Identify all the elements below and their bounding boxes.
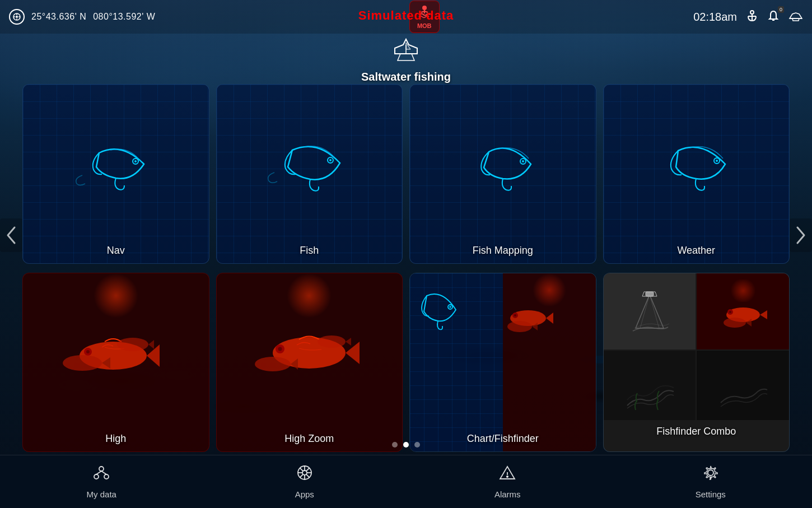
svg-point-50 <box>278 347 282 351</box>
svg-point-36 <box>522 160 524 162</box>
card-high-zoom[interactable]: High Zoom <box>216 273 403 453</box>
prev-arrow[interactable] <box>0 218 22 252</box>
svg-marker-65 <box>760 310 767 319</box>
card-nav[interactable]: Nav <box>22 84 209 264</box>
pagination-dot-3[interactable] <box>414 442 420 448</box>
cards-row-2: High <box>22 273 790 453</box>
svg-point-87 <box>507 476 508 477</box>
svg-point-72 <box>104 474 109 479</box>
svg-point-43 <box>63 355 102 371</box>
svg-point-56 <box>449 306 451 308</box>
boat-title-section: Saltwater fishing <box>361 38 451 83</box>
cards-row-1: Nav Fish <box>22 84 790 264</box>
top-bar: 25°43.636' N 080°13.592' W MOB Simulated… <box>0 0 812 34</box>
card-fish[interactable]: Fish <box>216 84 403 264</box>
svg-point-60 <box>514 314 516 316</box>
card-fish-mapping-label: Fish Mapping <box>410 245 596 257</box>
next-arrow[interactable] <box>790 218 812 252</box>
apps-label: Apps <box>295 490 314 499</box>
card-high-label: High <box>23 433 209 445</box>
card-fish-inner: Fish <box>217 85 403 263</box>
cards-grid: Nav Fish <box>22 84 790 452</box>
high-fish-icon <box>60 314 172 394</box>
lat-coordinate: 25°43.636' N <box>31 12 86 22</box>
pagination <box>392 442 420 448</box>
svg-point-70 <box>99 467 104 471</box>
svg-point-71 <box>94 474 99 479</box>
nav-item-settings[interactable]: Settings <box>609 459 813 505</box>
combo-tl <box>604 273 696 349</box>
fish-lure-icon <box>264 131 354 200</box>
svg-point-67 <box>729 311 731 313</box>
time-display: 02:18am <box>693 11 737 24</box>
svg-rect-63 <box>646 292 654 296</box>
weather-lure-icon <box>651 131 741 200</box>
card-nav-inner: Nav <box>23 85 209 263</box>
my-data-icon <box>93 464 110 485</box>
card-fish-mapping[interactable]: Fish Mapping <box>409 84 596 264</box>
pagination-dot-2[interactable] <box>403 442 409 448</box>
apps-icon <box>296 464 313 485</box>
notification-icon[interactable]: 0 <box>767 10 780 25</box>
svg-marker-48 <box>346 342 360 364</box>
svg-line-82 <box>306 474 310 478</box>
card-fish-label: Fish <box>217 245 403 257</box>
card-fishfinder-combo[interactable]: Fishfinder Combo <box>603 273 790 453</box>
card-weather[interactable]: Weather <box>603 84 790 264</box>
simulated-banner: Simulated data <box>358 8 454 23</box>
settings-icon <box>702 464 719 485</box>
card-weather-inner: Weather <box>604 85 790 263</box>
combo-br <box>697 351 789 427</box>
combo-tr <box>697 273 789 349</box>
my-data-label: My data <box>87 490 116 499</box>
anchor-icon[interactable] <box>746 10 758 25</box>
nav-item-alarms[interactable]: Alarms <box>406 459 609 505</box>
svg-point-34 <box>329 159 332 161</box>
alarms-label: Alarms <box>494 490 521 499</box>
svg-point-42 <box>86 350 90 353</box>
boat-icon <box>389 38 423 68</box>
svg-marker-54 <box>346 338 351 346</box>
card-nav-label: Nav <box>23 245 209 257</box>
card-weather-label: Weather <box>604 245 790 257</box>
mob-label: MOB <box>417 22 432 29</box>
nav-lure-icon <box>71 131 161 200</box>
svg-line-74 <box>101 471 106 474</box>
svg-point-32 <box>134 160 137 162</box>
svg-line-83 <box>306 468 310 472</box>
svg-point-76 <box>302 470 307 475</box>
settings-label: Settings <box>696 490 726 499</box>
svg-marker-58 <box>546 313 553 324</box>
nav-item-apps[interactable]: Apps <box>203 459 407 505</box>
card-chart-fishfinder-label: Chart/Fishfinder <box>410 433 596 445</box>
svg-point-51 <box>255 357 291 371</box>
svg-point-25 <box>750 11 754 14</box>
svg-point-53 <box>318 335 346 348</box>
svg-point-61 <box>507 321 532 332</box>
svg-point-68 <box>724 318 746 328</box>
svg-line-84 <box>300 474 303 478</box>
top-left-section: 25°43.636' N 080°13.592' W <box>9 9 155 25</box>
card-high-zoom-inner: High Zoom <box>217 273 403 452</box>
card-fish-mapping-inner: Fish Mapping <box>410 85 596 263</box>
helm-icon[interactable] <box>788 10 803 25</box>
pagination-dot-1[interactable] <box>392 442 398 448</box>
combo-bl <box>604 351 696 427</box>
svg-point-20 <box>16 16 18 18</box>
chart-half <box>410 273 503 452</box>
svg-line-81 <box>300 468 303 472</box>
fish-half <box>503 273 596 452</box>
card-fishfinder-combo-label: Fishfinder Combo <box>604 420 790 440</box>
lon-coordinate: 080°13.592' W <box>93 12 155 22</box>
card-high-inner: High <box>23 273 209 452</box>
card-high[interactable]: High <box>22 273 209 453</box>
nav-item-my-data[interactable]: My data <box>0 459 203 505</box>
svg-point-38 <box>716 160 718 162</box>
svg-line-73 <box>96 471 101 474</box>
svg-marker-46 <box>148 340 154 349</box>
high-zoom-fish-icon <box>253 314 365 394</box>
bottom-nav: My data Apps <box>0 455 812 508</box>
card-chart-fishfinder[interactable]: Chart/Fishfinder <box>409 273 596 453</box>
alarms-icon <box>499 464 516 485</box>
svg-point-45 <box>117 338 148 351</box>
